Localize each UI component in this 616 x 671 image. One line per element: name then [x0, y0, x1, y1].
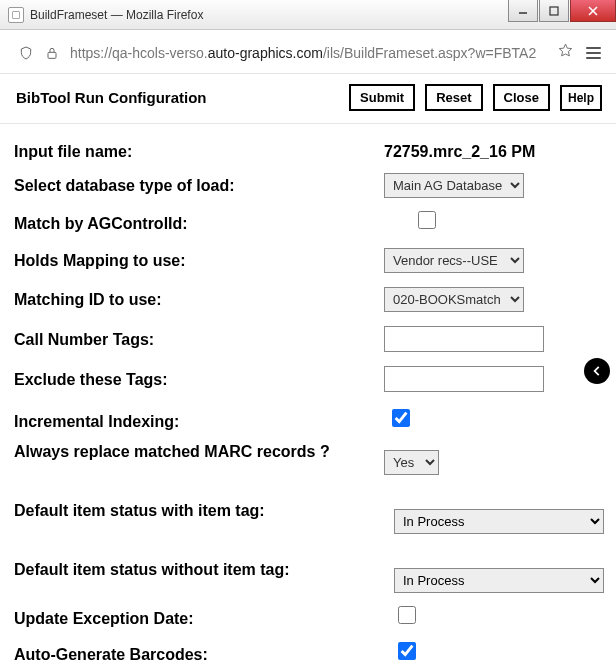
default-without-tag-select[interactable]: In Process — [394, 568, 604, 593]
match-agcontrol-label: Match by AGControlId: — [14, 214, 384, 233]
lock-icon[interactable] — [44, 45, 60, 61]
input-file-value: 72759.mrc_2_16 PM — [384, 143, 602, 161]
reset-button[interactable]: Reset — [425, 84, 482, 111]
url-path: /ils/BuildFrameset.aspx?w=FBTA2 — [323, 45, 536, 61]
window-buttons — [507, 0, 616, 22]
match-agcontrol-checkbox[interactable] — [418, 211, 436, 229]
input-file-label: Input file name: — [14, 142, 384, 161]
svg-rect-1 — [550, 7, 558, 15]
url-host: auto-graphics.com — [208, 45, 323, 61]
bookmark-star-icon[interactable] — [557, 42, 574, 63]
help-button[interactable]: Help — [560, 85, 602, 111]
update-exception-label: Update Exception Date: — [14, 609, 394, 628]
default-with-tag-label: Default item status with item tag: — [14, 501, 394, 520]
window-titlebar: BuildFrameset — Mozilla Firefox — [0, 0, 616, 30]
hamburger-menu-icon[interactable] — [584, 47, 602, 59]
scroll-left-button[interactable] — [584, 358, 610, 384]
incremental-checkbox[interactable] — [392, 409, 410, 427]
exclude-tags-label: Exclude these Tags: — [14, 370, 384, 389]
auto-barcodes-checkbox[interactable] — [398, 642, 416, 660]
shield-icon[interactable] — [18, 45, 34, 61]
window-maximize-button[interactable] — [539, 0, 569, 22]
matching-id-select[interactable]: 020-BOOKSmatch — [384, 287, 524, 312]
window-close-button[interactable] — [570, 0, 616, 22]
always-replace-label: Always replace matched MARC records ? — [14, 442, 384, 461]
submit-button[interactable]: Submit — [349, 84, 415, 111]
incremental-label: Incremental Indexing: — [14, 412, 384, 431]
browser-toolbar: https://qa-hcols-verso.auto-graphics.com… — [0, 30, 616, 74]
holds-mapping-label: Holds Mapping to use: — [14, 251, 384, 270]
always-replace-select[interactable]: Yes — [384, 450, 439, 475]
close-button[interactable]: Close — [493, 84, 550, 111]
update-exception-checkbox[interactable] — [398, 606, 416, 624]
auto-barcodes-label: Auto-Generate Barcodes: — [14, 645, 394, 664]
svg-rect-4 — [48, 52, 56, 58]
url-subdomain: qa-hcols-verso. — [112, 45, 208, 61]
window-minimize-button[interactable] — [508, 0, 538, 22]
default-with-tag-select[interactable]: In Process — [394, 509, 604, 534]
call-number-label: Call Number Tags: — [14, 330, 384, 349]
db-type-select[interactable]: Main AG Database — [384, 173, 524, 198]
db-type-label: Select database type of load: — [14, 176, 384, 195]
page-title: BibTool Run Configuration — [16, 89, 207, 106]
address-bar[interactable]: https://qa-hcols-verso.auto-graphics.com… — [70, 45, 547, 61]
app-favicon — [8, 7, 24, 23]
matching-id-label: Matching ID to use: — [14, 290, 384, 309]
window-title: BuildFrameset — Mozilla Firefox — [30, 8, 203, 22]
page-header: BibTool Run Configuration Submit Reset C… — [0, 74, 616, 124]
header-actions: Submit Reset Close Help — [349, 84, 602, 111]
url-scheme: https:// — [70, 45, 112, 61]
holds-mapping-select[interactable]: Vendor recs--USE — [384, 248, 524, 273]
call-number-input[interactable] — [384, 326, 544, 352]
exclude-tags-input[interactable] — [384, 366, 544, 392]
form-area: Input file name: 72759.mrc_2_16 PM Selec… — [0, 124, 616, 665]
default-without-tag-label: Default item status without item tag: — [14, 560, 394, 579]
